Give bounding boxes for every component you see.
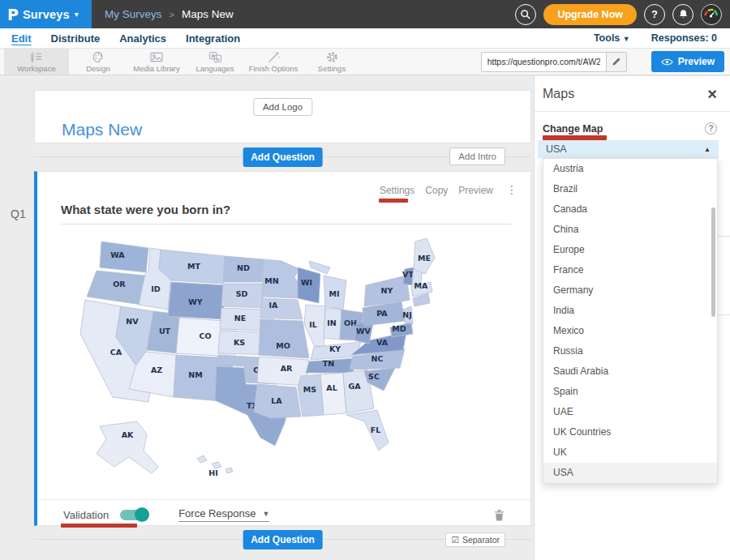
add-logo-button[interactable]: Add Logo	[253, 98, 312, 116]
search-button[interactable]	[515, 4, 536, 25]
map-option-spain[interactable]: Spain	[543, 382, 717, 402]
survey-canvas: Q1 Add Logo Maps New Add Question Add In…	[0, 76, 534, 560]
add-intro-button[interactable]: Add Intro	[449, 147, 505, 165]
state-label-ne: NE	[234, 314, 246, 323]
notifications-button[interactable]	[672, 4, 694, 25]
state-label-la: LA	[271, 396, 282, 405]
state-label-ar: AR	[281, 364, 293, 373]
breadcrumb-my-surveys[interactable]: My Surveys	[105, 8, 162, 20]
tab-distribute[interactable]: Distribute	[51, 32, 101, 45]
eye-icon	[661, 58, 673, 66]
separator-toggle[interactable]: ☑ Separator	[445, 532, 505, 547]
state-label-nc: NC	[371, 354, 384, 363]
toolbar-item-label: Settings	[318, 64, 346, 73]
tab-integration[interactable]: Integration	[186, 32, 240, 45]
avatar[interactable]	[701, 4, 722, 25]
divider	[535, 111, 730, 112]
state-label-nv: NV	[126, 317, 139, 326]
top-navbar: P Surveys ▾ My Surveys > Maps New Upgrad…	[0, 0, 730, 28]
toolbar-items: WorkspaceDesignMedia LibraryAaLanguagesF…	[0, 49, 361, 75]
responses-count[interactable]: Responses: 0	[651, 32, 717, 44]
chevron-up-icon: ▲	[704, 146, 711, 153]
tab-analytics[interactable]: Analytics	[119, 32, 166, 45]
validation-toggle[interactable]	[120, 510, 148, 520]
toolbar-item-settings[interactable]: Settings	[303, 49, 361, 75]
survey-header-card: Add Logo Maps New	[34, 90, 531, 143]
state-label-nj: NJ	[402, 310, 412, 319]
breadcrumb: My Surveys > Maps New	[105, 8, 234, 20]
state-label-ky: KY	[329, 344, 341, 353]
map-option-mexico[interactable]: Mexico	[543, 321, 717, 341]
map-option-france[interactable]: France	[543, 260, 717, 280]
toolbar-item-media-library[interactable]: Media Library	[127, 49, 186, 75]
map-option-uae[interactable]: UAE	[543, 402, 717, 422]
toolbar-item-label: Workspace	[17, 64, 55, 73]
state-ms[interactable]	[298, 374, 324, 417]
design-icon	[92, 50, 105, 63]
question-link-settings[interactable]: Settings	[380, 185, 414, 196]
state-ia[interactable]	[260, 298, 303, 319]
state-label-ca: CA	[110, 348, 122, 357]
add-question-button-top[interactable]: Add Question	[243, 147, 323, 167]
question-card: SettingsCopyPreview⋮ What state were you…	[34, 171, 531, 526]
toolbar-item-design[interactable]: Design	[69, 49, 127, 75]
state-al[interactable]	[320, 373, 346, 415]
map-option-usa[interactable]: USA	[543, 463, 717, 483]
help-circle-icon[interactable]: ?	[705, 122, 717, 135]
state-label-id: ID	[151, 284, 161, 293]
map-option-austria[interactable]: Austria	[543, 159, 717, 179]
question-text[interactable]: What state were you born in?	[61, 203, 512, 224]
question-link-preview[interactable]: Preview	[458, 185, 493, 196]
dropdown-scrollbar[interactable]	[711, 207, 715, 317]
panel-header: Maps ×	[535, 76, 730, 101]
tools-menu[interactable]: Tools ▼	[594, 32, 630, 44]
toolbar-item-label: Languages	[195, 64, 234, 73]
state-label-az: AZ	[151, 365, 162, 374]
state-ak[interactable]	[97, 421, 158, 473]
state-label-md: MD	[392, 324, 406, 333]
questionpro-logo-icon: P	[7, 5, 19, 24]
insert-row-bottom: Add Question ☑ Separator	[34, 526, 531, 554]
preview-button[interactable]: Preview	[651, 51, 724, 72]
edit-url-button[interactable]	[606, 52, 627, 72]
map-option-saudi-arabia[interactable]: Saudi Arabia	[543, 361, 717, 382]
map-select[interactable]: USA ▲	[538, 140, 719, 158]
map-option-china[interactable]: China	[543, 220, 717, 240]
breadcrumb-separator: >	[170, 10, 174, 19]
map-option-india[interactable]: India	[543, 301, 717, 321]
question-number: Q1	[11, 207, 26, 220]
kebab-menu-icon[interactable]: ⋮	[506, 185, 517, 196]
map-option-uk-countries[interactable]: UK Countries	[543, 422, 717, 442]
toolbar-item-finish-options[interactable]: Finish Options	[244, 49, 303, 75]
tab-edit[interactable]: Edit	[11, 32, 32, 45]
map-option-canada[interactable]: Canada	[543, 199, 717, 220]
state-label-or: OR	[113, 280, 126, 289]
upgrade-now-button[interactable]: Upgrade Now	[543, 4, 637, 25]
map-options-dropdown: AustriaBrazilCanadaChinaEuropeFranceGerm…	[543, 158, 718, 484]
question-link-copy[interactable]: Copy	[425, 185, 448, 196]
panel-title: Maps	[543, 87, 574, 101]
survey-title[interactable]: Maps New	[62, 120, 142, 139]
map-options-list: AustriaBrazilCanadaChinaEuropeFranceGerm…	[543, 159, 717, 483]
state-fl[interactable]	[346, 410, 389, 451]
map-option-europe[interactable]: Europe	[543, 240, 717, 260]
help-button[interactable]: ?	[644, 4, 665, 25]
product-switcher[interactable]: P Surveys ▾	[0, 0, 92, 28]
map-option-uk[interactable]: UK	[543, 442, 717, 463]
state-label-ks: KS	[234, 338, 245, 347]
gauge-avatar-icon	[702, 5, 721, 24]
survey-url-input[interactable]	[481, 52, 606, 72]
state-mo[interactable]	[259, 319, 309, 358]
usa-choropleth-map[interactable]: WAORCAIDNVUTAZMTWYCONMNDSDNEKSOKTXMNIAMO…	[77, 235, 450, 481]
add-question-button-bottom[interactable]: Add Question	[243, 530, 323, 549]
toolbar-item-languages[interactable]: AaLanguages	[186, 49, 244, 75]
force-response-dropdown[interactable]: Force Response ▼	[178, 507, 269, 522]
state-label-wa: WA	[110, 250, 125, 259]
state-label-mo: MO	[276, 341, 290, 350]
toolbar-item-workspace[interactable]: Workspace	[4, 49, 69, 75]
map-option-germany[interactable]: Germany	[543, 280, 717, 301]
map-option-russia[interactable]: Russia	[543, 341, 717, 361]
map-option-brazil[interactable]: Brazil	[543, 179, 717, 199]
close-icon[interactable]: ×	[707, 88, 717, 100]
delete-question-button[interactable]	[494, 509, 505, 521]
